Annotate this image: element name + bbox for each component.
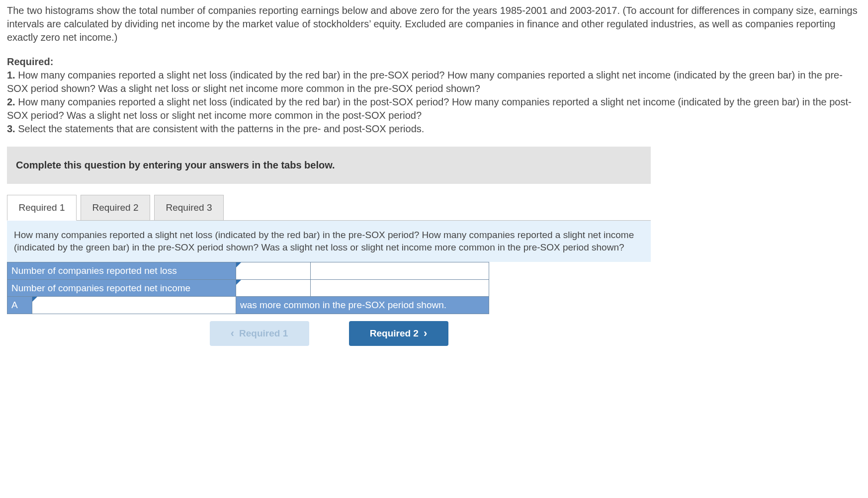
more-common-dropdown[interactable] — [32, 297, 236, 314]
instruction-bar: Complete this question by entering your … — [7, 147, 651, 184]
tab-required-3[interactable]: Required 3 — [154, 195, 224, 221]
q2-text: How many companies reported a slight net… — [7, 96, 852, 121]
net-income-input[interactable] — [236, 279, 311, 297]
chevron-left-icon: ‹ — [231, 326, 234, 341]
row-label-net-loss: Number of companies reported net loss — [7, 262, 236, 279]
panel-prompt: How many companies reported a slight net… — [14, 230, 634, 253]
required-block: Required: 1. How many companies reported… — [7, 55, 861, 136]
row-label-net-income: Number of companies reported net income — [7, 279, 236, 297]
q1-text: How many companies reported a slight net… — [7, 70, 843, 94]
input-marker-icon — [236, 262, 241, 267]
table-row: Number of companies reported net loss — [7, 262, 489, 279]
input-marker-icon — [236, 280, 241, 285]
q1-number: 1. — [7, 70, 15, 81]
q3-text: Select the statements that are consisten… — [15, 123, 425, 134]
chevron-right-icon: › — [424, 326, 427, 341]
tab-required-2[interactable]: Required 2 — [81, 195, 150, 221]
required-heading: Required: — [7, 55, 861, 69]
tabs-row: Required 1 Required 2 Required 3 — [7, 195, 861, 221]
next-required-button[interactable]: Required 2 › — [349, 321, 448, 346]
table-row: Number of companies reported net income — [7, 279, 489, 297]
next-label: Required 2 — [370, 327, 419, 340]
net-loss-input[interactable] — [236, 262, 311, 279]
row-label-a: A — [7, 297, 32, 314]
prev-required-button[interactable]: ‹ Required 1 — [210, 321, 309, 346]
empty-cell — [311, 279, 489, 297]
input-marker-icon — [32, 297, 37, 302]
nav-row: ‹ Required 1 Required 2 › — [7, 321, 651, 346]
question-2: 2. How many companies reported a slight … — [7, 95, 861, 122]
prev-label: Required 1 — [239, 327, 288, 340]
intro-text: The two histograms show the total number… — [7, 4, 861, 44]
question-1: 1. How many companies reported a slight … — [7, 69, 861, 95]
q2-number: 2. — [7, 96, 15, 107]
tab-panel-required-1: How many companies reported a slight net… — [7, 220, 651, 262]
row-tail-text: was more common in the pre-SOX period sh… — [236, 297, 489, 314]
question-3: 3. Select the statements that are consis… — [7, 122, 861, 136]
tab-required-1[interactable]: Required 1 — [7, 195, 77, 221]
answer-table: Number of companies reported net loss Nu… — [7, 262, 489, 314]
q3-number: 3. — [7, 123, 15, 134]
empty-cell — [311, 262, 489, 279]
table-row: A was more common in the pre-SOX period … — [7, 297, 489, 314]
